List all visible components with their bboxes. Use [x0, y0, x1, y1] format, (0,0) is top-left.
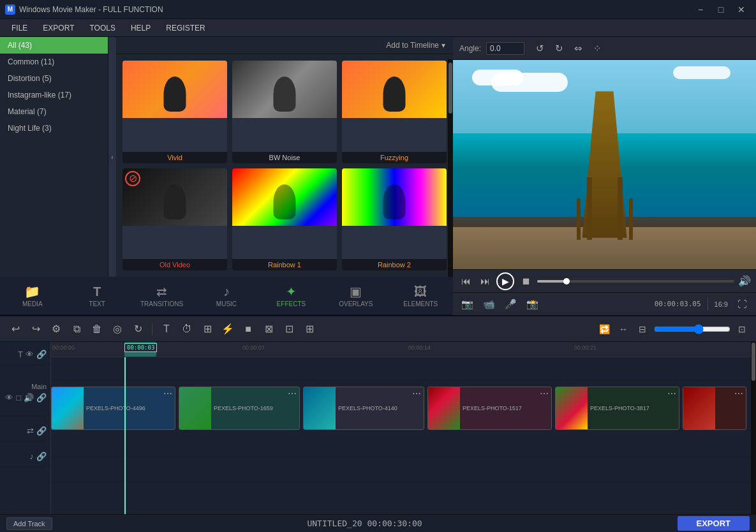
menu-help[interactable]: HELP: [124, 21, 157, 35]
export-button[interactable]: EXPORT: [678, 516, 750, 531]
tab-overlays[interactable]: ▣ OVERLAYS: [323, 280, 388, 311]
transition-icon[interactable]: ⇄: [27, 426, 34, 436]
effect-rainbow2[interactable]: Rainbow 2: [342, 168, 447, 271]
box-icon-main[interactable]: □: [16, 393, 21, 403]
split-view-button[interactable]: ⊟: [635, 321, 650, 337]
angle-input[interactable]: [486, 42, 524, 55]
add-track-button[interactable]: Add Track: [6, 517, 52, 530]
playback-controls: ⏮ ⏭ ▶ ⏹ 🔊: [453, 269, 756, 292]
clip-4-menu[interactable]: ⋯: [540, 388, 549, 399]
menu-tools[interactable]: TOOLS: [83, 21, 121, 35]
effects-scrollbar[interactable]: [448, 59, 453, 277]
timeline-scrollbar[interactable]: [751, 342, 756, 514]
split-button[interactable]: ⊞: [198, 320, 216, 338]
flip-horizontal-button[interactable]: ⇔: [570, 41, 586, 56]
stabilize-button[interactable]: ⊡: [280, 320, 298, 338]
link-icon-text[interactable]: 🔗: [36, 350, 47, 359]
zoom-slider[interactable]: [654, 324, 730, 334]
webcam-button[interactable]: 📹: [481, 297, 496, 312]
volume-icon-main[interactable]: 🔊: [24, 393, 34, 403]
rotate-left-button[interactable]: ↺: [532, 41, 547, 56]
filter-all[interactable]: All (43): [0, 37, 108, 54]
eye-icon-main[interactable]: 👁: [5, 393, 13, 403]
clip-1-menu[interactable]: ⋯: [163, 388, 172, 399]
tab-elements[interactable]: 🖼 ELEMENTS: [389, 281, 453, 311]
effect-vivid[interactable]: Vivid: [122, 61, 227, 163]
volume-button[interactable]: 🔊: [738, 275, 751, 287]
clip-5[interactable]: PEXELS-PHOTO-3817 ⋯: [555, 387, 679, 430]
fit-button[interactable]: ⊡: [734, 321, 750, 337]
tab-text[interactable]: T TEXT: [64, 281, 129, 311]
tab-media[interactable]: 📁 MEDIA: [0, 280, 64, 311]
grid-button[interactable]: ⊞: [300, 320, 318, 338]
link-icon-main[interactable]: 🔗: [36, 393, 47, 403]
progress-handle[interactable]: [563, 278, 570, 284]
menu-register[interactable]: REGISTER: [159, 21, 211, 35]
add-to-timeline-button[interactable]: Add to Timeline ▾: [386, 41, 445, 50]
app-wrapper: M Windows Movie Maker - FULL FUNCTION − …: [0, 0, 756, 532]
stop-button[interactable]: ⏹: [518, 274, 533, 289]
redo-button[interactable]: ↪: [27, 320, 45, 338]
clip-3-thumb: [304, 387, 336, 430]
stretch-button[interactable]: ↔: [616, 321, 631, 337]
loop-segment-button[interactable]: ↻: [129, 320, 147, 338]
playback-progress[interactable]: [537, 280, 734, 283]
shape-button[interactable]: ■: [239, 320, 257, 338]
timer-button[interactable]: ⏱: [178, 320, 196, 338]
clip-3[interactable]: PEXELS-PHOTO-4140 ⋯: [303, 387, 424, 430]
preview-toolbar-icons: ↺ ↻ ⇔ ⁘: [532, 41, 605, 56]
play-button[interactable]: ▶: [496, 272, 514, 290]
close-button[interactable]: ✕: [732, 3, 751, 16]
effect-bw-noise[interactable]: BW Noise: [232, 61, 337, 163]
clip-4[interactable]: PEXELS-PHOTO-1517 ⋯: [427, 387, 552, 430]
progress-fill: [537, 280, 567, 283]
effect-thumb-rainbow1: [232, 168, 337, 226]
more-options-button[interactable]: ⁘: [589, 41, 605, 56]
effect-rainbow1[interactable]: Rainbow 1: [232, 168, 337, 271]
clip-2-menu[interactable]: ⋯: [288, 388, 297, 399]
link-icon-trans[interactable]: 🔗: [36, 426, 47, 436]
minimize-button[interactable]: −: [691, 3, 710, 16]
menu-export[interactable]: EXPORT: [36, 21, 80, 35]
screenshot-button[interactable]: 📸: [524, 297, 540, 312]
rotate-right-button[interactable]: ↻: [551, 41, 567, 56]
filter-nightlife[interactable]: Night Life (3): [0, 120, 108, 137]
prev-frame-button[interactable]: ⏭: [477, 274, 493, 289]
filter-instagram[interactable]: Instagram-like (17): [0, 87, 108, 103]
delete-button[interactable]: 🗑: [88, 320, 106, 338]
filter-material[interactable]: Material (7): [0, 103, 108, 120]
skip-start-button[interactable]: ⏮: [458, 274, 473, 289]
tab-transitions[interactable]: ⇄ TRANSITIONS: [130, 280, 194, 311]
snapshot-button[interactable]: 📷: [459, 297, 475, 312]
motion-button[interactable]: ⚡: [219, 320, 237, 338]
effect-old-video[interactable]: ⊘ Old Video: [122, 168, 227, 271]
copy-button[interactable]: ⧉: [68, 320, 85, 338]
settings-button[interactable]: ⚙: [47, 320, 65, 338]
clip-2[interactable]: PEXELS-PHOTO-1659 ⋯: [179, 387, 300, 430]
transition-track: [51, 434, 756, 459]
clip-1[interactable]: PEXELS-PHOTO-4496 ⋯: [51, 387, 175, 430]
clip-3-menu[interactable]: ⋯: [412, 388, 421, 399]
crop-button[interactable]: ⊠: [260, 320, 278, 338]
fullscreen-button[interactable]: ⛶: [734, 297, 750, 312]
clip-6-menu[interactable]: ⋯: [734, 388, 743, 399]
collapse-panel-tab[interactable]: ‹: [108, 37, 116, 277]
detach-button[interactable]: ◎: [108, 320, 126, 338]
clip-6[interactable]: ⋯: [683, 387, 746, 430]
tab-music[interactable]: ♪ MUSIC: [194, 281, 258, 311]
eye-icon-text[interactable]: 👁: [26, 350, 34, 359]
maximize-button[interactable]: □: [711, 3, 730, 16]
text-track-icon[interactable]: T: [18, 350, 23, 359]
filter-distortion[interactable]: Distortion (5): [0, 70, 108, 87]
link-icon-music[interactable]: 🔗: [36, 452, 47, 461]
music-track-icon[interactable]: ♪: [30, 452, 34, 461]
text-tool-button[interactable]: T: [158, 320, 175, 338]
clip-5-menu[interactable]: ⋯: [667, 388, 676, 399]
menu-file[interactable]: FILE: [5, 21, 34, 35]
mic-button[interactable]: 🎤: [503, 297, 518, 312]
effect-fuzzying[interactable]: Fuzzying: [342, 61, 447, 163]
undo-button[interactable]: ↩: [6, 320, 24, 338]
loop-button[interactable]: 🔁: [597, 321, 612, 337]
tab-effects[interactable]: ✦ EFFECTS: [259, 280, 323, 311]
filter-common[interactable]: Common (11): [0, 54, 108, 70]
